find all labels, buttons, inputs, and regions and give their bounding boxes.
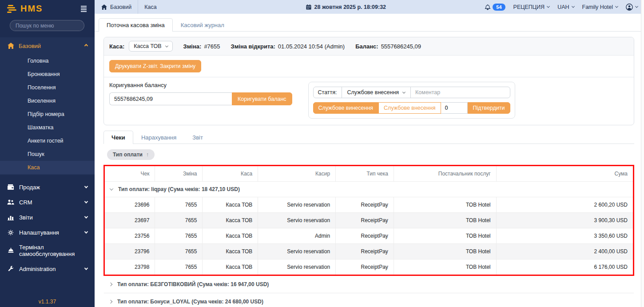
breadcrumb: Базовий Каса [99,0,159,14]
comment-input[interactable] [411,87,472,98]
sidebar-item-kasa[interactable]: Каса [0,161,95,174]
article-label: Стаття: [314,87,342,98]
app-version: v1.1.37 [0,299,95,305]
chevron-down-icon [571,5,574,8]
table-row[interactable]: 23798 7655 Касса ТОВ Servio reservation … [105,259,633,275]
red-annotation-box: Чек Зміна Каса Касир Тип чека Постачальн… [103,165,634,276]
sidebar-collapse-icon[interactable] [79,4,88,14]
chevron-down-icon [615,5,618,8]
service-withdrawal-button[interactable]: Службове винесення [313,102,379,114]
sidebar-group-prodazh[interactable]: Продаж [0,179,95,195]
sidebar-item-bronyuvannya[interactable]: Бронювання [0,68,95,81]
kasa-select[interactable]: Касса ТОВ [129,41,172,52]
notifications-button[interactable]: 54 [485,4,505,11]
home-icon [7,42,14,49]
chevron-down-icon [165,44,168,47]
clock: 28 жовтня 2025 р. 18:09:32 [306,4,386,10]
calendar-icon [306,4,311,10]
department-dropdown[interactable]: РЕЦЕПЦИЯ [513,4,550,10]
menu-search-input[interactable] [10,20,84,31]
col-header-provider[interactable]: Постачальник послуг [394,166,496,182]
shift-value: #7655 [204,43,220,50]
col-header-kasa[interactable]: Каса [203,166,258,182]
sort-pill-payment-type[interactable]: Тип оплати ↑ [107,149,155,160]
chevron-up-icon [84,44,88,48]
service-deposit-button[interactable]: Службове внесення [378,102,441,114]
shift-opened-label: Зміна відкрита: [231,43,275,50]
sidebar-group-bazovyi[interactable]: Базовий [0,37,95,54]
tab-report[interactable]: Звіт [184,131,211,144]
table-row[interactable]: 23697 7655 Касса ТОВ Servio reservation … [105,213,633,228]
tab-checks[interactable]: Чеки [103,131,133,144]
col-header-shift[interactable]: Зміна [155,166,203,182]
breadcrumb-bazovyi[interactable]: Базовий [99,4,134,10]
cash-operation-block: Стаття: Службове внесення Службове винес… [308,82,515,119]
chevron-down-icon [84,215,88,218]
chevron-down-icon [84,266,88,270]
sidebar-item-poshuk[interactable]: Пошук [0,148,95,161]
person-circle-icon [626,4,633,11]
home-icon [101,4,107,10]
breadcrumb-kasa[interactable]: Каса [142,4,159,10]
currency-dropdown[interactable]: UAH [557,4,574,10]
article-select[interactable]: Службове внесення [342,87,411,98]
chevron-down-icon [84,230,88,233]
balance-correction-input[interactable] [109,92,232,105]
tab-current-shift[interactable]: Поточна касова зміна [99,18,173,32]
user-menu[interactable] [626,4,638,11]
chevron-down-icon [84,184,88,188]
balance-correction-block: Коригування балансу Коригувати баланс [109,82,292,105]
datetime-text: 28 жовтня 2025 р. 18:09:32 [314,4,386,10]
group-toggle-bezhotivkovyi[interactable]: Тип оплати: БЕЗГОТІВКОВИЙ (Сума чеків: 1… [104,276,634,293]
chevron-right-icon [109,283,112,286]
kasa-label: Каса: [109,43,124,50]
users-icon [7,199,14,206]
sidebar-item-pidbir-nomera[interactable]: Підбір номера [0,108,95,121]
tab-accruals[interactable]: Нарахування [133,131,184,144]
sidebar-group-zvity[interactable]: Звіти [0,210,95,225]
shift-opened-value: 01.05.2024 10:54 (Admin) [278,43,345,50]
hms-logo-text: HMS [20,4,43,14]
sidebar-group-nalashtuvannya[interactable]: Налаштування [0,225,95,240]
table-row[interactable]: 23756 7655 Касса ТОВ Admin ReceiptPay ТО… [105,228,633,244]
sidebar-group-terminal[interactable]: Термінал самообслуговування [0,240,95,261]
sidebar-item-holovna[interactable]: Головна [0,54,95,68]
tab-cash-journal[interactable]: Касовий журнал [173,18,232,32]
sidebar-item-shakhmatka[interactable]: Шахматка [0,121,95,134]
gears-icon [7,229,14,236]
print-zreport-button[interactable]: Друкувати Z-звіт. Закрити зміну [109,60,201,72]
table-row[interactable]: 23696 7655 Касса ТОВ Servio reservation … [105,197,633,213]
col-header-check-type[interactable]: Тип чека [336,166,394,182]
group-toggle-liqpay[interactable]: Тип оплати: liqpay (Сума чеків: 18 427,1… [110,186,628,192]
page-scrollbar[interactable] [641,0,644,307]
zreport-row: Друкувати Z-звіт. Закрити зміну [104,56,634,77]
group-toggle-bonusy-loyal[interactable]: Тип оплати: Бонуси_LOYAL (Сума чеків: 24… [104,293,634,307]
main-area: Базовий Каса 28 жовтня 2025 р. 18:09:32 [95,0,644,307]
bell-icon [485,4,491,10]
hms-logo[interactable]: HMS [7,4,43,14]
sidebar-group-administration[interactable]: Administration [0,261,95,276]
content: Каса: Касса ТОВ Зміна: #7655 Зміна відкр… [95,32,644,307]
sidebar: HMS Базовий Головна Бронювання Поселення… [0,0,95,307]
register-panel: Каса: Касса ТОВ Зміна: #7655 Зміна відкр… [103,37,634,125]
sidebar-group-crm[interactable]: CRM [0,195,95,210]
sub-tabs: Чеки Нарахування Звіт [103,131,634,144]
sidebar-item-ankety-hostei[interactable]: Анкети гостей [0,134,95,148]
sidebar-item-vyselennya[interactable]: Виселення [0,94,95,108]
hotel-dropdown[interactable]: Family Hotel [582,4,618,10]
register-info-row: Каса: Касса ТОВ Зміна: #7655 Зміна відкр… [104,37,634,56]
breadcrumb-divider [138,0,138,14]
col-header-cashier[interactable]: Касир [258,166,336,182]
sidebar-item-poselennya[interactable]: Поселення [0,81,95,94]
table-row[interactable]: 23796 7655 Касса ТОВ Servio reservation … [105,244,633,259]
table-header-row: Чек Зміна Каса Касир Тип чека Постачальн… [105,166,633,182]
col-header-check[interactable]: Чек [105,166,155,182]
correct-balance-button[interactable]: Коригувати баланс [232,92,292,105]
shift-label: Зміна: [183,43,202,50]
chevron-down-icon [547,5,550,8]
confirm-button[interactable]: Підтвердити [468,102,510,114]
col-header-sum[interactable]: Сума [496,166,633,182]
chevron-down-icon [635,5,638,8]
sidebar-submenu: Головна Бронювання Поселення Виселення П… [0,54,95,175]
amount-input[interactable] [441,102,468,114]
